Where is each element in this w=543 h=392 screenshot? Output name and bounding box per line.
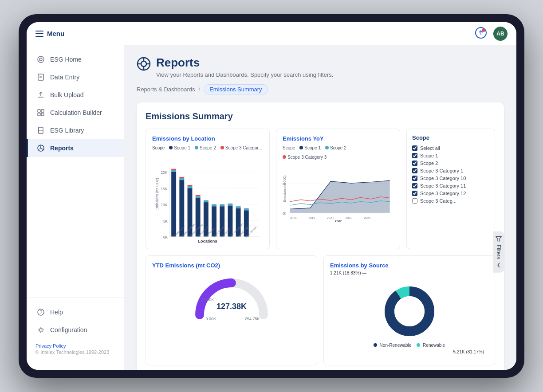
sidebar-item-esg-library[interactable]: ESG Library — [27, 122, 124, 139]
scope-legend-label: Scope — [152, 145, 165, 150]
svg-text:2022: 2022 — [364, 216, 370, 220]
svg-rect-40 — [188, 186, 193, 188]
svg-text:2019: 2019 — [308, 216, 315, 220]
scope-check-scope3cat10: Scope 3 Category 10 — [412, 176, 489, 181]
yoy-legend-scope3: Scope 3 Category 3 — [283, 155, 327, 160]
breadcrumb: Reports & Dashboards / Emissions Summary — [137, 84, 504, 94]
svg-text:Year: Year — [334, 219, 342, 223]
scope-checkbox-scope3cat10[interactable] — [412, 176, 417, 181]
svg-rect-7 — [38, 110, 40, 112]
scope-check-scope1: Scope 1 — [412, 153, 489, 158]
ytd-title: YTD Emissions (mt CO2) — [152, 262, 311, 269]
sidebar-item-reports[interactable]: Reports — [27, 139, 124, 157]
scope-checkbox-scope3cat1[interactable] — [412, 168, 417, 173]
svg-point-3 — [39, 58, 42, 61]
clipboard-icon — [37, 73, 45, 81]
scope-checkbox-scope1[interactable] — [412, 153, 417, 158]
svg-rect-34 — [171, 170, 176, 172]
page-header: Reports View your Reports and Dashboards… — [137, 56, 504, 78]
page-icon — [137, 57, 151, 73]
svg-rect-50 — [220, 204, 224, 207]
donut-legend: Non-Renewable Renewable — [374, 343, 445, 348]
yoy-legend-scope2: Scope 2 — [325, 145, 346, 150]
svg-text:Locations: Locations — [198, 239, 217, 243]
svg-rect-10 — [41, 113, 44, 116]
page-subtitle: View your Reports and Dashboards. Specif… — [156, 71, 333, 78]
scope-checkbox-scope3cat11[interactable] — [412, 183, 417, 188]
scope-checkbox-scope3cat12[interactable] — [412, 191, 417, 196]
notification-icon[interactable] — [475, 27, 489, 41]
sidebar-item-calculation-builder[interactable]: Calculation Builder — [27, 104, 124, 122]
svg-text:2020: 2020 — [327, 216, 334, 220]
svg-text:5K: 5K — [163, 220, 168, 223]
main-content: Reports View your Reports and Dashboards… — [124, 45, 516, 370]
svg-text:Emissions (mt CO2): Emissions (mt CO2) — [283, 176, 287, 202]
scope-check-scope3cat11: Scope 3 Category 11 — [412, 183, 489, 188]
scope-check-scope3cat13: Scope 3 Categ... — [412, 198, 489, 204]
question-icon: ? — [37, 308, 45, 316]
svg-rect-48 — [212, 204, 216, 207]
avatar[interactable]: AB — [493, 27, 508, 41]
sidebar-item-esg-home[interactable]: ESG Home — [27, 51, 124, 68]
yoy-scope-label: Scope — [283, 145, 295, 150]
svg-point-87 — [394, 296, 425, 326]
scope-checkbox-select-all[interactable] — [412, 145, 417, 151]
emissions-yoy-title: Emissions YoY — [283, 135, 393, 142]
gauge-area: 127.38K 0.00K 38.00K 254.75K — [152, 272, 311, 325]
bar-chart-legend: Scope Scope 1 Scope 2 Scope 3 Categor... — [152, 145, 263, 150]
breadcrumb-root[interactable]: Reports & Dashboards — [137, 86, 195, 93]
svg-text:254.75K: 254.75K — [245, 317, 260, 321]
sidebar-item-label: Configuration — [50, 326, 87, 333]
scope-check-scope3cat12: Scope 3 Category 12 — [412, 191, 489, 196]
sidebar-item-label: Data Entry — [50, 74, 79, 81]
scope-checkbox-scope3cat13[interactable] — [412, 198, 417, 204]
top-bar-right: AB — [475, 27, 508, 41]
sidebar-item-bulk-upload[interactable]: Bulk Upload — [27, 86, 124, 104]
reports-icon — [37, 144, 45, 152]
sidebar-item-configuration[interactable]: Configuration — [27, 321, 124, 339]
donut-legend-nonrenewable: Non-Renewable — [374, 343, 412, 348]
top-bar: Menu AB — [27, 22, 516, 45]
filters-tab[interactable]: Filters — [493, 231, 504, 273]
yoy-legend-scope1: Scope 1 — [299, 145, 321, 150]
svg-text:0K: 0K — [163, 235, 168, 239]
donut-legend-renewable: Renewable — [417, 343, 445, 348]
svg-text:20K: 20K — [161, 171, 168, 175]
sidebar-item-label: Calculation Builder — [50, 109, 102, 116]
svg-rect-37 — [179, 178, 184, 180]
donut-svg — [381, 282, 438, 340]
device-frame: Menu AB — [19, 14, 524, 378]
line-chart-area: 0K 5K — [283, 163, 393, 225]
svg-text:2021: 2021 — [346, 216, 352, 220]
main-layout: ESG Home Data Entry — [27, 45, 516, 370]
svg-text:Emissions (mt CO2): Emissions (mt CO2) — [155, 178, 159, 210]
sidebar-item-label: Reports — [50, 145, 74, 152]
grid-icon — [37, 109, 45, 117]
charts-row-2: YTD Emissions (mt CO2) 127.38K 0.00K — [146, 255, 495, 365]
sidebar-item-help[interactable]: ? Help — [27, 303, 124, 321]
svg-rect-35 — [171, 169, 176, 170]
copyright-text: © Intelex Technologies 1992-2023 — [35, 349, 109, 355]
svg-rect-9 — [38, 113, 40, 116]
yoy-legend: Scope Scope 1 Scope 2 Scope 3 Category 3 — [283, 145, 393, 160]
privacy-policy-link[interactable]: Privacy Policy — [35, 343, 115, 349]
scope-check-label: Scope 2 — [420, 161, 438, 166]
sidebar-item-data-entry[interactable]: Data Entry — [27, 68, 124, 86]
sidebar-item-label: ESG Library — [50, 127, 84, 134]
scope-checkbox-scope2[interactable] — [412, 161, 417, 166]
svg-rect-8 — [41, 110, 44, 112]
scope-check-label: Scope 3 Category 1 — [420, 168, 463, 173]
donut-top-label: 1.21K (18.83%) — — [330, 270, 488, 275]
scope-check-label: Select all — [420, 145, 440, 151]
breadcrumb-active: Emissions Summary — [204, 84, 268, 94]
scope-filter-panel: Scope Select all Scope 1 S — [406, 129, 495, 249]
gauge-svg: 127.38K 0.00K 38.00K 254.75K — [192, 277, 272, 321]
filter-icon — [496, 236, 502, 242]
scope-check-scope3cat1: Scope 3 Category 1 — [412, 168, 489, 173]
menu-button[interactable]: Menu — [35, 30, 64, 37]
scope-check-select-all: Select all — [412, 145, 489, 151]
donut-area: Non-Renewable Renewable 5.21K (81 — [330, 278, 488, 359]
home-icon — [37, 55, 45, 63]
dashboard-card: Emissions Summary Emissions by Location … — [137, 102, 504, 370]
svg-text:15K: 15K — [161, 187, 168, 191]
